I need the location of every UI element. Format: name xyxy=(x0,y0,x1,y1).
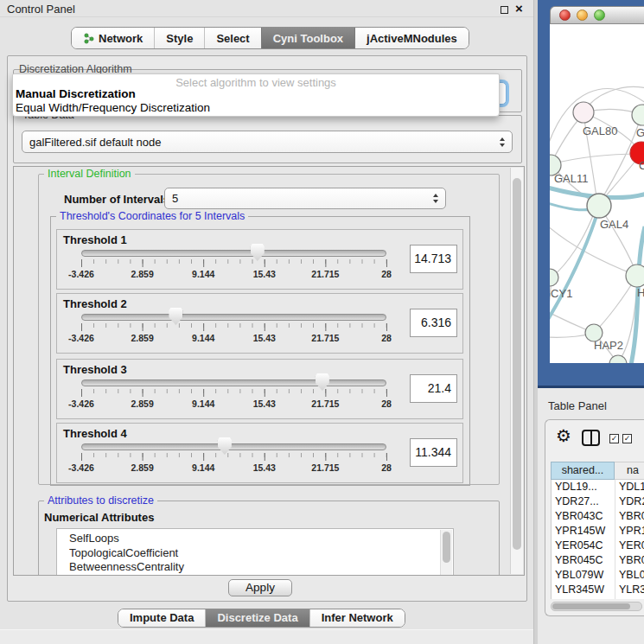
slider-ticks xyxy=(81,323,388,331)
table-panel-title: Table Panel xyxy=(548,399,607,412)
spinner-arrows-icon xyxy=(433,194,438,203)
network-node[interactable] xyxy=(626,265,644,287)
close-traffic-light[interactable] xyxy=(559,10,571,21)
table-data-group: Table Data galFiltered.sif default node xyxy=(13,115,522,163)
close-icon[interactable]: × xyxy=(515,0,523,17)
threshold-2-slider-track[interactable] xyxy=(81,314,386,321)
horizontal-scrollbar-thumb[interactable] xyxy=(552,603,630,609)
table-row[interactable]: YBR043CYBR0 xyxy=(552,509,644,524)
threshold-1-thumb[interactable] xyxy=(251,244,265,261)
tab-network[interactable]: Network xyxy=(72,28,154,48)
interval-definition-group: Interval Definition Number of Intervals … xyxy=(38,174,500,485)
checkbox-icon[interactable]: ✓ xyxy=(622,434,632,443)
slider-ticks xyxy=(81,389,388,397)
threshold-4-value-field[interactable]: 11.344 xyxy=(410,438,457,467)
table-panel-box: ⚙ ✓ ✓ shared... na YDL19...YDL1 YDR27...… xyxy=(545,419,644,616)
svg-text:HAP2: HAP2 xyxy=(594,339,623,352)
network-window-titlebar[interactable] xyxy=(550,6,644,24)
network-node[interactable] xyxy=(632,105,644,125)
table-row[interactable]: YDL19...YDL1 xyxy=(552,480,644,494)
network-node[interactable] xyxy=(609,355,627,363)
table-row[interactable]: YLR345WYLR3 xyxy=(552,583,644,597)
column-header-shared-name[interactable]: shared... xyxy=(551,462,615,480)
table-rows: YDL19...YDL1 YDR27...YDR2 YBR043CYBR0 YP… xyxy=(551,480,644,599)
threshold-4-thumb[interactable] xyxy=(218,437,232,455)
list-scrollbar-thumb[interactable] xyxy=(443,532,450,563)
threshold-3-value-field[interactable]: 21.4 xyxy=(410,374,457,403)
threshold-2-label: Threshold 2 xyxy=(63,297,127,310)
bottom-strip xyxy=(0,629,533,644)
threshold-1-label: Threshold 1 xyxy=(63,233,127,246)
network-node[interactable] xyxy=(573,102,594,123)
table-row[interactable]: YBL079WYBL0 xyxy=(552,568,644,583)
threshold-1-value-field[interactable]: 14.713 xyxy=(410,245,457,273)
settings-scrollbar[interactable] xyxy=(510,168,523,574)
table-row[interactable]: YPR145WYPR1 xyxy=(552,524,644,539)
list-item[interactable]: SelfLoops xyxy=(57,529,453,546)
network-icon xyxy=(83,33,94,44)
table-row[interactable]: YDR27...YDR2 xyxy=(552,494,644,509)
numerical-attributes-list: SelfLoops TopologicalCoefficient Between… xyxy=(56,528,454,576)
threshold-2-thumb[interactable] xyxy=(169,308,182,325)
network-view-window: GAL80 GA C GAL11 GAL4 GCY1 H HAP2 xyxy=(538,0,644,388)
svg-text:GAL80: GAL80 xyxy=(583,124,617,137)
svg-text:GA: GA xyxy=(636,126,644,139)
svg-text:C: C xyxy=(639,159,644,172)
svg-text:GAL11: GAL11 xyxy=(554,172,589,185)
threshold-3-slider-track[interactable] xyxy=(81,379,386,386)
algorithm-dropdown-popup: Select algorithm to view settings Manual… xyxy=(12,73,500,117)
tab-network-label: Network xyxy=(99,32,143,45)
svg-text:H: H xyxy=(637,286,644,299)
settings-scrollbar-thumb[interactable] xyxy=(513,178,521,550)
zoom-traffic-light[interactable] xyxy=(594,10,605,21)
combo-arrows-icon xyxy=(500,137,505,147)
network-node[interactable] xyxy=(550,269,558,286)
svg-text:GCY1: GCY1 xyxy=(550,287,572,300)
tab-style[interactable]: Style xyxy=(154,28,204,48)
horizontal-scrollbar[interactable] xyxy=(551,602,642,611)
table-row[interactable]: YBR045CYBR0 xyxy=(552,553,644,568)
tab-jactivemnodules[interactable]: jActiveMNodules xyxy=(354,28,469,48)
threshold-2-value-field[interactable]: 6.316 xyxy=(410,309,457,337)
tab-infer-network[interactable]: Infer Network xyxy=(309,609,405,627)
network-canvas[interactable]: GAL80 GA C GAL11 GAL4 GCY1 H HAP2 xyxy=(550,24,644,363)
column-header-name[interactable]: na xyxy=(615,462,644,480)
gear-icon[interactable]: ⚙ xyxy=(556,427,571,444)
algorithm-placeholder-option[interactable]: Select algorithm to view settings xyxy=(13,74,499,87)
threshold-3-panel: Threshold 3 -3.426 2.859 9.144 15.43 21.… xyxy=(56,359,463,419)
threshold-3-thumb[interactable] xyxy=(316,373,329,391)
float-window-icon[interactable] xyxy=(501,6,508,14)
apply-button[interactable]: Apply xyxy=(228,579,292,596)
number-of-intervals-label: Number of Intervals xyxy=(64,193,169,206)
table-row[interactable]: YIL052CYIL0 xyxy=(552,597,644,599)
table-row[interactable]: YER054CYER0 xyxy=(552,539,644,553)
tab-select[interactable]: Select xyxy=(204,28,260,48)
network-node[interactable] xyxy=(587,194,611,218)
control-panel-titlebar: Control Panel × xyxy=(0,0,533,17)
tab-cyni-toolbox[interactable]: Cyni Toolbox xyxy=(261,28,354,48)
table-data-selected-value: galFiltered.sif default node xyxy=(22,136,500,149)
algorithm-option-equal-width[interactable]: Equal Width/Frequency Discretization xyxy=(13,101,499,115)
threshold-4-slider-track[interactable] xyxy=(81,443,386,450)
split-table-icon[interactable] xyxy=(582,430,600,446)
panel-title: Control Panel xyxy=(7,3,75,16)
numerical-attributes-label: Numerical Attributes xyxy=(44,511,154,524)
table-panel: Table Panel ⚙ ✓ ✓ shared... na YDL19...Y… xyxy=(538,388,644,644)
list-item[interactable]: BetweennessCentrality xyxy=(57,560,453,575)
list-scrollbar[interactable] xyxy=(440,530,452,576)
slider-ticks xyxy=(81,259,388,267)
number-of-intervals-value: 5 xyxy=(165,192,433,205)
algorithm-option-manual[interactable]: Manual Discretization xyxy=(13,87,499,101)
bottom-tab-bar: Impute Data Discretize Data Infer Networ… xyxy=(118,609,405,628)
checkbox-icon[interactable]: ✓ xyxy=(609,434,619,443)
list-item[interactable]: TopologicalCoefficient xyxy=(57,546,453,561)
tab-impute-data[interactable]: Impute Data xyxy=(118,609,205,627)
minimize-traffic-light[interactable] xyxy=(577,10,588,21)
tab-discretize-data[interactable]: Discretize Data xyxy=(205,609,309,627)
top-tab-bar: Network Style Select Cyni Toolbox jActiv… xyxy=(71,27,469,49)
network-graph: GAL80 GA C GAL11 GAL4 GCY1 H HAP2 xyxy=(550,24,644,363)
table-data-combobox[interactable]: galFiltered.sif default node xyxy=(22,131,513,153)
slider-ticks xyxy=(81,453,388,461)
number-of-intervals-spinner[interactable]: 5 xyxy=(164,188,446,209)
threshold-1-slider-track[interactable] xyxy=(81,250,386,257)
